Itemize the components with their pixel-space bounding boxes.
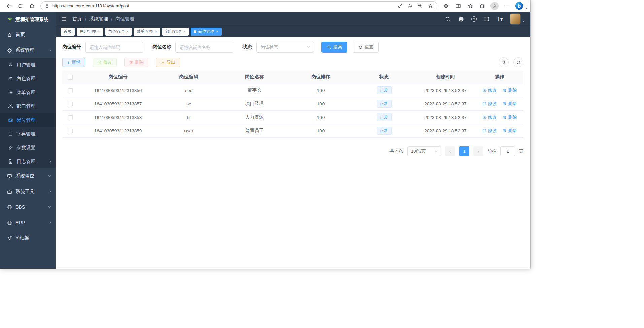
edit-link[interactable]: 修改	[482, 128, 497, 134]
export-button[interactable]: 导出	[156, 58, 180, 67]
sidebar-item-label: 岗位管理	[16, 117, 35, 123]
row-checkbox[interactable]	[68, 102, 73, 106]
delete-link[interactable]: 删除	[503, 128, 517, 134]
delete-link[interactable]: 删除	[503, 87, 517, 93]
edit-icon	[97, 60, 102, 65]
font-size-icon[interactable]: TT	[497, 16, 503, 22]
prev-page-button[interactable]: ‹	[445, 146, 455, 156]
sidebar-item-department-management[interactable]: 部门管理	[0, 99, 56, 113]
page-size-select[interactable]: 10条/页	[407, 146, 441, 156]
delete-link[interactable]: 删除	[503, 114, 517, 120]
edit-link[interactable]: 修改	[482, 87, 497, 93]
show-search-toggle-button[interactable]	[499, 57, 509, 67]
sidebar-item-role-management[interactable]: 角色管理	[0, 72, 56, 86]
tab-department-management[interactable]: 部门管理 ×	[162, 28, 189, 36]
delete-link[interactable]: 删除	[503, 101, 517, 107]
tab-close-icon[interactable]: ×	[216, 29, 218, 34]
sidebar-item-post-management[interactable]: 岗位管理	[0, 113, 56, 127]
refresh-icon	[18, 3, 23, 9]
github-icon[interactable]	[458, 16, 464, 22]
avatar-dropdown-caret-icon[interactable]: ▾	[523, 19, 525, 23]
edit-link-label: 修改	[488, 101, 497, 107]
more-menu-icon[interactable]: ⋯	[501, 1, 512, 11]
read-aloud-icon[interactable]	[408, 3, 413, 8]
tab-label: 部门管理	[165, 29, 181, 34]
browser-profile-avatar[interactable]	[490, 2, 499, 10]
refresh-table-button[interactable]	[513, 57, 523, 67]
bing-icon[interactable]: b	[515, 2, 523, 10]
user-avatar[interactable]	[510, 14, 520, 24]
url-text[interactable]: https://ccnetcore.com:1101/system/post	[52, 3, 129, 8]
back-button[interactable]	[3, 1, 14, 11]
sidebar-item-user-management[interactable]: 用户管理	[0, 58, 56, 72]
download-icon	[161, 60, 165, 65]
sidebar-item-parameter-settings[interactable]: 参数设置	[0, 141, 56, 155]
breadcrumb-home[interactable]: 首页	[72, 16, 82, 22]
row-checkbox[interactable]	[68, 129, 73, 133]
sidebar-item-system-tools[interactable]: 系统工具	[0, 184, 56, 199]
edit-icon	[482, 115, 486, 119]
breadcrumb-system[interactable]: 系统管理	[89, 16, 108, 22]
tab-menu-management[interactable]: 菜单管理 ×	[134, 28, 160, 36]
post-code-input[interactable]	[85, 42, 143, 53]
tab-role-management[interactable]: 角色管理 ×	[105, 28, 132, 36]
edit-link[interactable]: 修改	[482, 101, 497, 107]
table-header-row: 岗位编号 岗位编码 岗位名称 岗位排序 状态 创建时间 操作	[62, 71, 523, 84]
refresh-button[interactable]	[15, 1, 26, 11]
extensions-icon[interactable]	[441, 1, 451, 11]
search-icon[interactable]	[445, 16, 451, 22]
zoom-icon[interactable]	[418, 3, 423, 8]
delete-link-label: 删除	[508, 87, 517, 93]
search-button[interactable]: 搜索	[321, 42, 347, 53]
row-checkbox[interactable]	[68, 115, 73, 120]
sidebar-item-system-management[interactable]: 系统管理	[0, 42, 56, 58]
row-checkbox[interactable]	[68, 88, 73, 93]
delete-button[interactable]: 删除	[124, 58, 148, 67]
sidebar-item-log-management[interactable]: 日志管理	[0, 155, 56, 168]
password-key-icon[interactable]	[398, 3, 403, 8]
tab-close-icon[interactable]: ×	[155, 29, 157, 34]
tab-close-icon[interactable]: ×	[126, 29, 129, 34]
sidebar-item-dictionary-management[interactable]: 字典管理	[0, 127, 56, 141]
home-button[interactable]	[26, 1, 37, 11]
bing-menu-caret-icon[interactable]: ▾	[525, 7, 527, 10]
tab-home[interactable]: 首页	[61, 28, 75, 36]
hamburger-icon[interactable]	[61, 16, 67, 22]
cell-post-name: 人力资源	[220, 110, 289, 124]
sidebar-item-home[interactable]: 首页	[0, 27, 56, 42]
post-name-input[interactable]	[175, 42, 233, 53]
add-button[interactable]: + 新增	[62, 58, 85, 67]
sidebar-item-label: 系统工具	[15, 189, 34, 195]
edit-link[interactable]: 修改	[482, 114, 497, 120]
status-tag: 正常	[377, 100, 392, 108]
collections-icon[interactable]	[477, 1, 488, 11]
favorites-star-icon[interactable]	[428, 3, 433, 8]
tags-view-bar: 首页 用户管理 × 角色管理 × 菜单管理 × 部门管理	[56, 26, 530, 37]
plus-icon: +	[67, 60, 70, 65]
next-page-button[interactable]: ›	[473, 146, 483, 156]
split-screen-icon[interactable]	[453, 1, 464, 11]
sidebar-item-yi-framework[interactable]: Yi框架	[0, 230, 56, 246]
reset-button[interactable]: 重置	[353, 42, 379, 53]
status-select[interactable]: 岗位状态	[256, 42, 314, 53]
select-all-checkbox[interactable]	[68, 75, 73, 80]
goto-page-input[interactable]	[500, 146, 515, 156]
tab-post-management[interactable]: 岗位管理 ×	[191, 28, 222, 36]
page-unit-label: 页	[519, 148, 523, 154]
fullscreen-icon[interactable]	[484, 16, 489, 22]
sidebar-item-system-monitoring[interactable]: 系统监控	[0, 168, 56, 184]
sidebar-item-bbs[interactable]: BBS	[0, 199, 56, 215]
tab-close-icon[interactable]: ×	[98, 29, 100, 34]
page-number-1[interactable]: 1	[459, 146, 469, 156]
url-bar[interactable]: https://ccnetcore.com:1101/system/post	[40, 1, 437, 10]
favorites-bar-icon[interactable]	[465, 1, 476, 11]
edit-button[interactable]: 修改	[93, 58, 117, 67]
sidebar-item-erp[interactable]: ERP	[0, 215, 56, 230]
sidebar-item-menu-management[interactable]: 菜单管理	[0, 86, 56, 99]
edit-link-label: 修改	[488, 87, 497, 93]
gear-icon	[7, 48, 12, 53]
sidebar-item-label: 系统监控	[15, 173, 34, 179]
tab-user-management[interactable]: 用户管理 ×	[77, 28, 103, 36]
tab-close-icon[interactable]: ×	[183, 29, 186, 34]
help-icon[interactable]: ?	[471, 16, 477, 22]
